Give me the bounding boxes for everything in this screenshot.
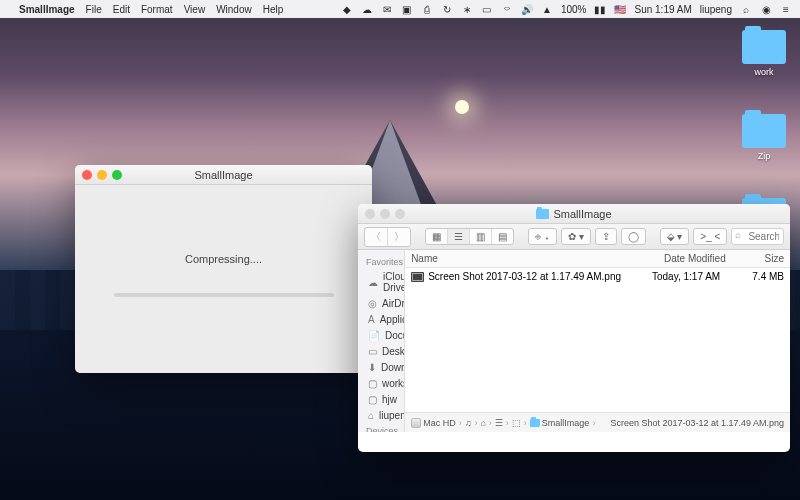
view-column-button[interactable]: ▥ [470,229,492,244]
menu-help[interactable]: Help [263,4,284,15]
downloads-icon: ⬇ [368,361,376,373]
file-size: 7.4 MB [736,271,784,282]
menu-window[interactable]: Window [216,4,252,15]
view-list-button[interactable]: ☰ [448,229,470,244]
menu-file[interactable]: File [86,4,102,15]
file-name: Screen Shot 2017-03-12 at 1.17.49 AM.png [428,271,621,282]
cloud-icon[interactable]: ☁ [361,3,373,15]
bluetooth-icon[interactable]: ∗ [461,3,473,15]
sidebar-item-desktop[interactable]: ▭Desktop [358,343,404,359]
path-crumb[interactable]: ⬚ [512,418,521,428]
user-menu[interactable]: liupeng [700,4,732,15]
battery-icon[interactable]: ▮▮ [594,3,606,15]
sidebar-item-documents[interactable]: 📄Documents [358,327,404,343]
siri-icon[interactable]: ◉ [760,3,772,15]
window-title: SmallImage [358,208,790,220]
finder-toolbar: 〈 〉 ▦ ☰ ▥ ▤ ⎆ ▾ ✿ ▾ ⇪ ◯ ⬙ ▾ >_ < [358,224,790,250]
box-icon[interactable]: ▣ [401,3,413,15]
forward-button[interactable]: 〉 [388,228,410,246]
folder-icon [536,209,549,219]
share-button[interactable]: ⇪ [596,229,616,244]
sync-icon[interactable]: ↻ [441,3,453,15]
sidebar-item-hjw[interactable]: ▢hjw [358,391,404,407]
folder-icon: ▢ [368,393,377,405]
dropbox-button[interactable]: ⬙ ▾ [661,229,689,244]
path-crumb[interactable]: ⌂ [480,418,485,428]
tags-button[interactable]: ◯ [622,229,645,244]
spotlight-icon[interactable]: ⌕ [740,3,752,15]
folder-label: work [754,67,773,77]
finder-sidebar: Favorites ☁iCloud Drive ◎AirDrop AApplic… [358,250,405,432]
back-button[interactable]: 〈 [365,228,388,246]
folder-icon [742,114,786,148]
image-file-icon [411,272,424,282]
finder-window[interactable]: SmallImage 〈 〉 ▦ ☰ ▥ ▤ ⎆ ▾ ✿ ▾ ⇪ ◯ ⬙ ▾ >… [358,204,790,452]
folder-label: Zip [758,151,771,161]
sidebar-item-icloud[interactable]: ☁iCloud Drive [358,269,404,295]
column-headers: Name Date Modified Size [405,250,790,268]
desktop-folder-zip[interactable]: Zip [740,114,788,170]
battery-percent[interactable]: 100% [561,4,587,15]
folder-icon [742,30,786,64]
menu-view[interactable]: View [184,4,206,15]
wallpaper-sun [455,100,469,114]
arrange-button[interactable]: ⎆ ▾ [529,229,556,244]
display-icon[interactable]: ▭ [481,3,493,15]
desktop-icon: ▭ [368,345,377,357]
path-crumb[interactable]: Mac HD [411,418,456,428]
column-name[interactable]: Name [405,250,658,267]
view-icon-button[interactable]: ▦ [426,229,448,244]
search-field[interactable] [731,228,784,245]
sidebar-item-downloads[interactable]: ⬇Downloads [358,359,404,375]
window-title: SmallImage [75,169,372,181]
documents-icon: 📄 [368,329,380,341]
menu-edit[interactable]: Edit [113,4,130,15]
path-crumb[interactable]: SmallImage [530,418,590,428]
column-date[interactable]: Date Modified [658,250,742,267]
path-crumb[interactable]: Screen Shot 2017-03-12 at 1.17.49 AM.png [598,418,784,428]
sidebar-item-workspace[interactable]: ▢workspace [358,375,404,391]
progress-bar [114,293,334,297]
disk-icon [411,418,421,428]
input-source-flag[interactable]: 🇺🇸 [614,4,626,15]
path-button[interactable]: >_ < [694,229,726,244]
sidebar-section-devices: Devices [358,423,404,432]
action-button[interactable]: ✿ ▾ [562,229,590,244]
notification-center-icon[interactable]: ≡ [780,3,792,15]
folder-icon: ▢ [368,377,377,389]
wifi-icon[interactable]: ⌔ [501,3,513,15]
path-crumb[interactable]: ♫ [465,418,472,428]
app-menu[interactable]: SmallImage [19,4,75,15]
evernote-icon[interactable]: ◆ [341,3,353,15]
search-input[interactable] [731,228,784,245]
table-row[interactable]: Screen Shot 2017-03-12 at 1.17.49 AM.png… [405,268,790,285]
printer-icon[interactable]: ⎙ [421,3,433,15]
applications-icon: A [368,313,375,325]
image-file-icon [598,419,608,427]
finder-file-list: Name Date Modified Size Screen Shot 2017… [405,250,790,432]
file-date: Today, 1:17 AM [652,271,736,282]
system-menubar: SmallImage File Edit Format View Window … [0,0,800,18]
titlebar[interactable]: SmallImage [358,204,790,224]
desktop-folder-work[interactable]: work [740,30,788,86]
finder-pathbar: Mac HD› ♫› ⌂› ☰› ⬚› SmallImage› Screen S… [405,412,790,432]
icloud-icon: ☁ [368,276,378,288]
view-coverflow-button[interactable]: ▤ [492,229,513,244]
volume-icon[interactable]: 🔊 [521,3,533,15]
clock[interactable]: Sun 1:19 AM [634,4,691,15]
compressing-status: Compressing.... [95,253,352,265]
sidebar-item-liupeng[interactable]: ⌂liupeng [358,407,404,423]
airdrop-icon: ◎ [368,297,377,309]
home-icon: ⌂ [368,409,374,421]
wechat-icon[interactable]: ✉ [381,3,393,15]
folder-icon [530,419,540,427]
sidebar-item-airdrop[interactable]: ◎AirDrop [358,295,404,311]
column-size[interactable]: Size [742,250,790,267]
smallimage-window[interactable]: SmallImage Compressing.... [75,165,372,373]
sidebar-section-favorites: Favorites [358,254,404,269]
sidebar-item-applications[interactable]: AApplications [358,311,404,327]
titlebar[interactable]: SmallImage [75,165,372,185]
menu-format[interactable]: Format [141,4,173,15]
airplay-icon[interactable]: ▲ [541,3,553,15]
path-crumb[interactable]: ☰ [495,418,503,428]
